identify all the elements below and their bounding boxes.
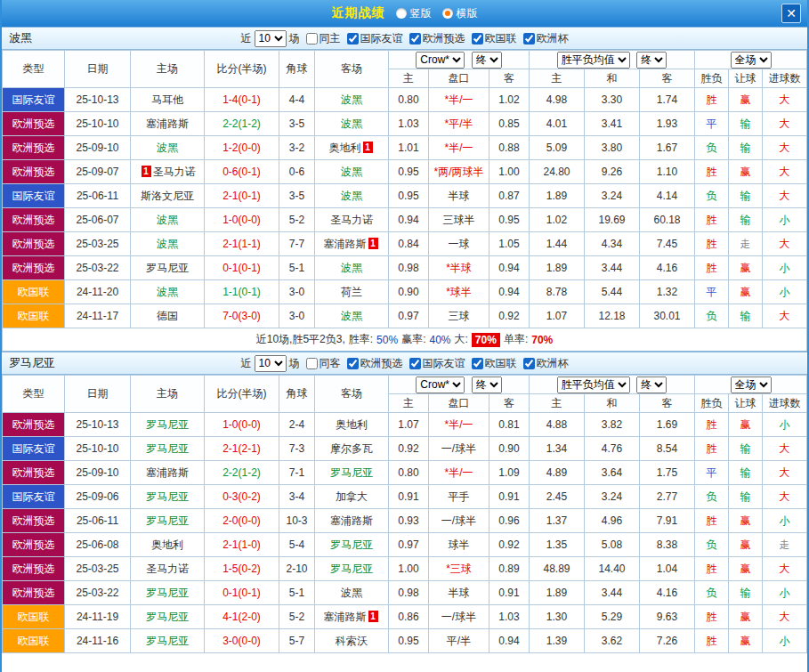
odds-source-select[interactable]: Crow* (416, 376, 465, 393)
away-team-link[interactable]: 波黑 (341, 93, 362, 106)
away-team-link[interactable]: 罗马尼亚 (330, 466, 373, 479)
away-team-link[interactable]: 奥地利 (329, 142, 361, 154)
vertical-layout-label[interactable]: 竖版 (410, 6, 432, 21)
scope-select[interactable]: 全场 (731, 52, 772, 69)
away-water-odds: 0.91 (489, 581, 530, 605)
avg-source-select[interactable]: 胜平负均值 (557, 52, 630, 69)
avg-final-select[interactable]: 终 (636, 376, 667, 393)
competition-checkbox[interactable] (347, 358, 359, 369)
competition-filter[interactable]: 欧洲预选 (409, 31, 465, 46)
away-team-link[interactable]: 加拿大 (336, 490, 368, 503)
away-team-link[interactable]: 奥地利 (336, 418, 368, 431)
horizontal-layout-radio[interactable] (442, 8, 453, 19)
home-team-link[interactable]: 波黑 (157, 142, 178, 154)
competition-checkbox[interactable] (523, 358, 535, 369)
handicap-result: 赢 (740, 635, 751, 647)
competition-checkbox[interactable] (409, 33, 421, 45)
away-team-link[interactable]: 塞浦路斯 (324, 611, 367, 623)
avg-home-odds: 4.89 (530, 461, 585, 485)
avg-home-odds: 1.39 (530, 629, 585, 653)
home-team-link[interactable]: 波黑 (157, 238, 178, 250)
horizontal-layout-label[interactable]: 横版 (457, 6, 478, 21)
away-team-link[interactable]: 圣马力诺 (330, 214, 373, 226)
home-team-link[interactable]: 罗马尼亚 (146, 514, 189, 527)
odds-final-select[interactable]: 终 (472, 376, 502, 393)
home-team-cell: 波黑 (131, 280, 205, 304)
away-team-link[interactable]: 波黑 (341, 262, 362, 274)
away-team-link[interactable]: 波黑 (341, 587, 362, 599)
recent-count-select[interactable]: 10 (255, 30, 287, 47)
summary-bar: 近10场,胜5平2负3, 胜率:50% 赢率:40% 大:70% 单率:70% (2, 328, 807, 352)
competition-filter[interactable]: 国际友谊 (347, 31, 403, 46)
scope-select[interactable]: 全场 (731, 376, 772, 393)
away-team-link[interactable]: 罗马尼亚 (330, 538, 373, 551)
score: 2-2(1-2) (205, 461, 279, 485)
away-team-link[interactable]: 波黑 (341, 190, 362, 202)
goals-result: 大 (780, 466, 790, 479)
home-team-link[interactable]: 德国 (157, 310, 178, 322)
competition-checkbox[interactable] (347, 33, 359, 45)
avg-source-select[interactable]: 胜平负均值 (557, 376, 630, 393)
same-venue-checkbox[interactable] (306, 358, 318, 369)
handicap-result-cell: 输 (729, 208, 763, 232)
home-team-link[interactable]: 塞浦路斯 (146, 117, 189, 130)
close-icon[interactable]: ✕ (781, 4, 801, 23)
competition-checkbox[interactable] (409, 358, 421, 369)
competition-filter[interactable]: 欧国联 (472, 31, 517, 46)
goals-result-cell: 小 (763, 509, 807, 533)
home-team-link[interactable]: 罗马尼亚 (146, 442, 189, 455)
home-team-link[interactable]: 马耳他 (151, 93, 183, 106)
away-team-link[interactable]: 荷兰 (341, 286, 362, 298)
home-team-link[interactable]: 罗马尼亚 (146, 262, 189, 274)
match-result: 胜 (707, 166, 717, 178)
competition-filter[interactable]: 欧洲杯 (523, 356, 569, 371)
avg-away-odds: 4.14 (640, 184, 695, 208)
home-team-link[interactable]: 罗马尼亚 (146, 587, 189, 599)
away-team-link[interactable]: 科索沃 (336, 635, 368, 647)
home-team-link[interactable]: 斯洛文尼亚 (141, 190, 194, 202)
away-team-link[interactable]: 波黑 (341, 310, 362, 322)
competition-filter[interactable]: 国际友谊 (409, 356, 465, 371)
avg-final-select[interactable]: 终 (636, 52, 667, 69)
competition-filter[interactable]: 欧国联 (472, 356, 517, 371)
home-team-link[interactable]: 罗马尼亚 (146, 490, 189, 503)
home-team-link[interactable]: 圣马力诺 (153, 166, 196, 178)
result-cell: 胜 (695, 413, 729, 437)
home-team-link[interactable]: 波黑 (157, 214, 178, 226)
home-team-link[interactable]: 罗马尼亚 (146, 635, 189, 647)
score: 1-4(0-1) (205, 88, 279, 112)
avg-away-odds: 60.18 (640, 208, 695, 232)
red-card-badge: 1 (368, 611, 378, 622)
competition-checkbox[interactable] (472, 33, 483, 45)
home-team-link[interactable]: 波黑 (157, 286, 178, 298)
away-team-link[interactable]: 罗马尼亚 (330, 563, 373, 575)
away-team-link[interactable]: 波黑 (341, 117, 362, 130)
home-team-link[interactable]: 圣马力诺 (146, 563, 189, 575)
home-team-link[interactable]: 罗马尼亚 (146, 611, 189, 623)
vertical-layout-radio[interactable] (396, 8, 407, 19)
odds-final-select[interactable]: 终 (472, 52, 502, 69)
same-venue-filter[interactable]: 同主 (306, 31, 341, 46)
handicap-result-cell: 赢 (729, 88, 763, 112)
avg-away-odds: 9.63 (640, 605, 695, 629)
competition-filter[interactable]: 欧洲杯 (523, 31, 569, 46)
home-team-link[interactable]: 塞浦路斯 (146, 466, 189, 479)
corners: 0-6 (279, 160, 315, 184)
home-team-link[interactable]: 奥地利 (151, 538, 183, 551)
recent-count-select[interactable]: 10 (255, 355, 287, 372)
competition-type-badge: 欧洲预选 (3, 232, 65, 256)
odds-source-select[interactable]: Crow* (416, 52, 465, 69)
same-venue-filter[interactable]: 同客 (306, 356, 341, 371)
competition-checkbox[interactable] (472, 358, 483, 369)
away-team-link[interactable]: 波黑 (341, 166, 362, 178)
competition-filter[interactable]: 欧洲预选 (347, 356, 403, 371)
away-team-link[interactable]: 塞浦路斯 (330, 514, 373, 527)
competition-checkbox[interactable] (523, 33, 535, 45)
away-team-link[interactable]: 摩尔多瓦 (330, 442, 373, 455)
avg-draw-odds: 19.69 (585, 208, 640, 232)
home-team-link[interactable]: 罗马尼亚 (146, 418, 189, 431)
col-away: 客场 (315, 51, 389, 88)
summary-record: 近10场,胜5平2负3, (256, 332, 345, 347)
same-venue-checkbox[interactable] (306, 33, 318, 45)
away-team-link[interactable]: 塞浦路斯 (324, 238, 367, 250)
